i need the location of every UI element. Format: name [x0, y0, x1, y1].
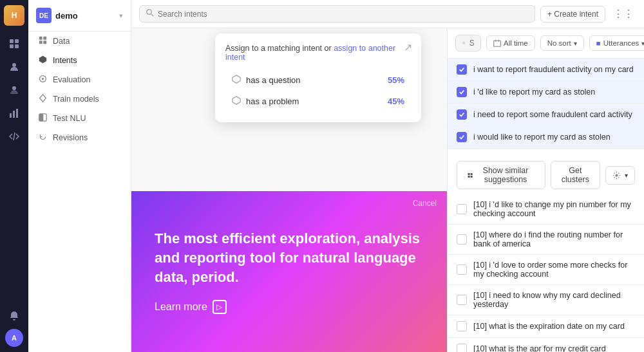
promo-learn-more-link[interactable]: Learn more ▷ [155, 300, 424, 314]
utterance-text-7: [10] i 'd love to order some more checks… [473, 261, 635, 279]
utterance-checkbox-3[interactable] [457, 109, 467, 120]
create-intent-button[interactable]: + Create intent [540, 6, 605, 23]
intent-question-name: has a question [246, 75, 301, 85]
app-logo: H [4, 5, 24, 26]
sort-filter-button[interactable]: No sort ▾ [540, 35, 584, 51]
svg-point-19 [147, 10, 152, 15]
utterance-item[interactable]: [10] where do i find the routing number … [448, 225, 644, 255]
nav-icon-grid[interactable] [4, 33, 24, 54]
settings-icon [612, 171, 621, 180]
utterance-item[interactable]: [10] i need to know why my card declined… [448, 285, 644, 315]
icon-sidebar: H A [0, 0, 28, 352]
train-icon [37, 94, 48, 104]
svg-rect-1 [15, 39, 19, 43]
utterance-item[interactable]: i want to report fraudulent activity on … [448, 59, 644, 81]
utterances-filter-label: Utterances [603, 39, 639, 47]
svg-point-5 [12, 86, 16, 90]
utterance-item[interactable]: [10] what is the apr for my credit card [448, 338, 644, 352]
revisions-icon [37, 133, 48, 143]
right-search-box[interactable] [455, 35, 481, 51]
data-icon [37, 36, 48, 46]
sort-filter-label: No sort [547, 39, 571, 47]
nav-icon-person[interactable] [4, 57, 24, 77]
svg-marker-21 [232, 75, 240, 83]
svg-point-15 [41, 78, 43, 80]
utterance-text-3: i need to report some fraudulent card ac… [473, 110, 632, 119]
time-filter-button[interactable]: All time [486, 35, 535, 51]
svg-rect-3 [15, 44, 19, 48]
svg-point-23 [462, 42, 464, 44]
utterance-item[interactable]: [10] what is the expiration date on my c… [448, 315, 644, 338]
intent-problem-icon [232, 96, 241, 107]
user-avatar[interactable]: A [5, 329, 23, 347]
nav-item-intents-label: Intents [53, 56, 77, 65]
workspace-name: demo [55, 11, 115, 21]
nav-item-train[interactable]: Train models [28, 89, 131, 109]
svg-rect-34 [471, 176, 473, 178]
utterance-item[interactable]: [10] i 'd love to order some more checks… [448, 255, 644, 285]
evaluation-icon [37, 75, 48, 85]
intent-question-pct: 55% [388, 75, 404, 85]
workspace-chevron: ▾ [119, 12, 123, 20]
utterances-filter-button[interactable]: ■ Utterances ▾ [589, 35, 644, 51]
nav-icon-chart[interactable] [4, 103, 24, 124]
nav-item-testnlu-label: Test NLU [53, 114, 86, 123]
utterance-checkbox-9[interactable] [457, 321, 467, 331]
svg-marker-22 [232, 97, 240, 104]
nav-item-intents[interactable]: Intents [28, 51, 131, 70]
utterance-checkbox-2[interactable] [457, 87, 467, 97]
svg-rect-7 [13, 111, 15, 118]
utterance-checkbox-1[interactable] [457, 64, 467, 75]
nav-icon-user2[interactable] [4, 80, 24, 100]
utterance-checkbox-7[interactable] [457, 264, 467, 275]
nav-item-data[interactable]: Data [28, 32, 131, 51]
cancel-label[interactable]: Cancel [413, 199, 437, 208]
utterance-text-6: [10] where do i find the routing number … [473, 230, 635, 248]
show-similar-suggestions-button[interactable]: Show similar suggestions [457, 161, 545, 189]
utterance-checkbox-6[interactable] [457, 234, 467, 245]
nav-item-revisions[interactable]: Revisions [28, 128, 131, 147]
menu-dots-icon[interactable]: ⋮⋮ [611, 5, 636, 23]
utterance-checkbox-4[interactable] [457, 132, 467, 142]
utterances-chevron-icon: ▾ [641, 40, 644, 47]
utterance-item[interactable]: i need to report some fraudulent card ac… [448, 104, 644, 126]
svg-rect-25 [494, 41, 501, 46]
svg-point-35 [615, 174, 618, 176]
svg-rect-6 [10, 113, 12, 118]
suggestions-settings-button[interactable]: ▾ [605, 166, 635, 185]
utterance-item[interactable]: [10] i 'd like to change my pin number f… [448, 194, 644, 225]
top-toolbar: + Create intent ⋮⋮ [131, 0, 644, 28]
utterance-item[interactable]: i would like to report my card as stolen [448, 126, 644, 149]
workspace-header[interactable]: DE demo ▾ [28, 0, 131, 32]
utterance-text-5: [10] i 'd like to change my pin number f… [473, 200, 635, 218]
settings-chevron-icon: ▾ [625, 172, 628, 179]
svg-point-4 [12, 63, 16, 67]
calendar-icon [493, 39, 501, 47]
workspace-badge: DE [36, 8, 52, 23]
intent-option-problem[interactable]: has a problem 45% [225, 91, 411, 112]
utterance-text-2: i 'd like to report my card as stolen [473, 88, 595, 97]
get-clusters-button[interactable]: Get clusters [551, 161, 600, 189]
right-toolbar: All time No sort ▾ ■ Utterances ▾ Data s… [448, 28, 644, 59]
utterance-item[interactable]: i 'd like to report my card as stolen [448, 81, 644, 104]
popup-arrow-icon[interactable]: ↗ [404, 41, 412, 53]
nav-item-train-label: Train models [53, 95, 99, 104]
utterance-checkbox-8[interactable] [457, 295, 467, 305]
nav-item-testnlu[interactable]: Test NLU [28, 109, 131, 128]
search-icon [146, 9, 154, 19]
search-box[interactable] [139, 5, 535, 23]
promo-link-text: Learn more [155, 301, 207, 313]
testnlu-icon [37, 113, 48, 124]
svg-rect-10 [43, 37, 46, 40]
search-input[interactable] [158, 10, 528, 19]
utterance-checkbox-5[interactable] [457, 204, 467, 214]
nav-icon-code[interactable] [4, 126, 24, 147]
nav-icon-bell[interactable] [4, 306, 24, 326]
svg-rect-18 [39, 114, 43, 121]
svg-rect-33 [468, 176, 470, 178]
right-search-input[interactable] [469, 39, 474, 48]
nav-item-evaluation[interactable]: Evaluation [28, 70, 131, 89]
utterance-checkbox-10[interactable] [457, 344, 467, 352]
sort-chevron-icon: ▾ [574, 40, 577, 47]
intent-option-question[interactable]: has a question 55% [225, 69, 411, 91]
